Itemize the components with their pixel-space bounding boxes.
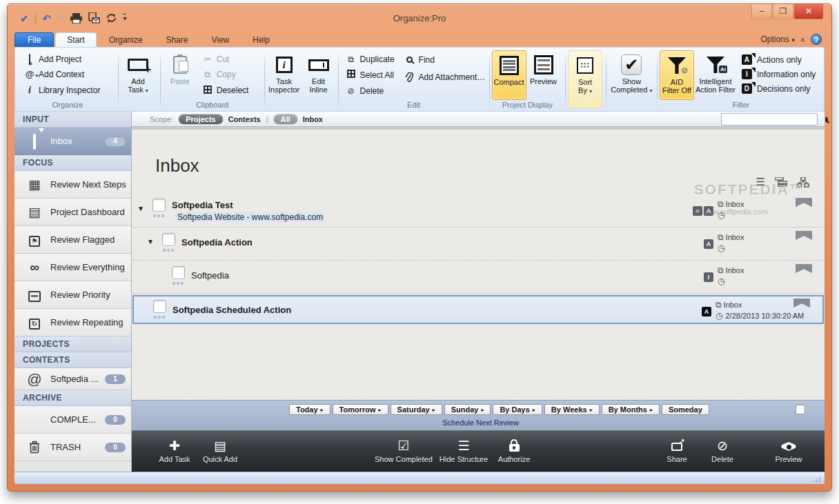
aid-filter-off-button[interactable]: ⊘ AIDFilter Off bbox=[660, 50, 694, 100]
task-checkbox[interactable] bbox=[152, 199, 166, 212]
task-location: Inbox bbox=[726, 266, 744, 274]
search-icon[interactable] bbox=[825, 117, 828, 122]
library-inspector-button[interactable]: iLibrary Inspector bbox=[22, 84, 113, 97]
schedule-today-button[interactable]: Today▸ bbox=[289, 404, 330, 415]
sidebar-item-review-next-steps[interactable]: ▦ Review Next Steps bbox=[14, 171, 131, 199]
cut-button[interactable]: ✂Cut bbox=[200, 54, 251, 65]
flag-icon[interactable] bbox=[793, 299, 810, 308]
flag-icon[interactable] bbox=[796, 231, 812, 240]
task-checkbox[interactable] bbox=[153, 300, 166, 313]
hide-structure-button[interactable]: ☰ Hide Structure bbox=[440, 437, 488, 463]
scope-projects-pill[interactable]: Projects bbox=[179, 114, 222, 124]
tab-share[interactable]: Share bbox=[155, 33, 199, 47]
options-menu[interactable]: Options ▾ bbox=[760, 34, 794, 44]
scope-label: Scope: bbox=[150, 115, 173, 123]
delete-toolbar-button[interactable]: ⊘ Delete bbox=[703, 437, 742, 463]
preview-button[interactable]: Preview bbox=[526, 50, 561, 100]
group-sort: SortBy ▾ bbox=[568, 50, 604, 111]
select-all-button[interactable]: Select All bbox=[344, 69, 397, 81]
show-completed-button[interactable]: ✔ ShowCompleted ▾ bbox=[609, 50, 654, 108]
task-inspector-button[interactable]: i TaskInspector bbox=[267, 50, 302, 108]
task-row[interactable]: ▼ Softpedia Test Softpedia Website - www… bbox=[132, 194, 825, 228]
share-icon bbox=[671, 437, 682, 452]
schedule-by-days-button[interactable]: By Days▸ bbox=[493, 404, 542, 415]
decisions-only-button[interactable]: DDecisions only bbox=[740, 83, 818, 94]
scope-contexts[interactable]: Contexts bbox=[228, 115, 261, 123]
quick-add-icon: ▤ bbox=[214, 437, 226, 452]
share-button[interactable]: Share bbox=[658, 437, 696, 463]
sidebar-header-focus: FOCUS bbox=[14, 155, 131, 171]
schedule-by-months-button[interactable]: By Months▸ bbox=[602, 404, 660, 415]
add-task-toolbar-button[interactable]: ✚ Add Task bbox=[155, 437, 194, 463]
add-task-button[interactable]: AddTask ▾ bbox=[121, 50, 155, 108]
paste-button[interactable]: Paste bbox=[163, 50, 197, 100]
task-row[interactable]: ▼ Softpedia Action A ⧉Inbox ◷ bbox=[132, 228, 825, 261]
schedule-someday-button[interactable]: Someday bbox=[662, 404, 709, 415]
flag-icon[interactable] bbox=[796, 198, 812, 207]
tab-view[interactable]: View bbox=[200, 33, 240, 47]
preview-toolbar-button[interactable]: Preview bbox=[769, 437, 808, 463]
show-completed-toolbar-button[interactable]: ☑ Show Completed bbox=[375, 437, 433, 463]
schedule-tomorrow-button[interactable]: Tomorrow▸ bbox=[333, 404, 388, 415]
compact-button[interactable]: Compact bbox=[492, 50, 526, 100]
sidebar-item-review-priority[interactable]: ••• Review Priority bbox=[14, 281, 131, 309]
sidebar-item-review-repeating[interactable]: ↻ Review Repeating bbox=[14, 309, 131, 336]
select-all-icon bbox=[346, 70, 357, 80]
schedule-saturday-button[interactable]: Saturday▸ bbox=[391, 404, 442, 415]
task-title: Softpedia Action bbox=[181, 237, 253, 248]
add-attachment-button[interactable]: Add Attachment… bbox=[402, 72, 488, 83]
close-button[interactable]: ✕ bbox=[794, 4, 823, 19]
resize-grip[interactable] bbox=[813, 474, 822, 482]
delete-button[interactable]: ⊘Delete bbox=[344, 85, 397, 97]
authorize-button[interactable]: Authorize bbox=[495, 437, 533, 463]
task-checkbox[interactable] bbox=[172, 266, 185, 279]
sidebar-item-context-softpedia[interactable]: @ Softpedia ... 1 bbox=[14, 368, 131, 390]
expander-icon[interactable]: ▼ bbox=[137, 205, 144, 212]
sidebar-item-trash[interactable]: TRASH 0 bbox=[14, 434, 131, 461]
search-input[interactable] bbox=[722, 114, 825, 124]
maximize-button[interactable]: ❒ bbox=[773, 4, 793, 19]
tab-organize[interactable]: Organize bbox=[98, 33, 154, 47]
sidebar-item-completed[interactable]: COMPLE... 0 bbox=[14, 406, 131, 434]
sidebar-item-inbox[interactable]: Inbox 4 bbox=[14, 128, 131, 155]
sidebar-item-review-everything[interactable]: ∞ Review Everything bbox=[14, 254, 131, 281]
schedule-by-weeks-button[interactable]: By Weeks▸ bbox=[544, 404, 600, 415]
flag-icon[interactable] bbox=[796, 264, 812, 273]
view-tree-icon[interactable] bbox=[775, 177, 787, 187]
minimize-button[interactable]: – bbox=[751, 4, 772, 19]
task-location: Inbox bbox=[726, 233, 744, 241]
type-badge-action: A bbox=[702, 307, 711, 316]
view-list-icon[interactable]: ☰ bbox=[756, 176, 765, 188]
task-row[interactable]: Softpedia I ⧉Inbox ◷ bbox=[132, 261, 825, 294]
tab-start[interactable]: Start bbox=[55, 32, 96, 47]
tab-help[interactable]: Help bbox=[241, 33, 281, 47]
add-project-icon bbox=[24, 54, 35, 64]
copy-button[interactable]: ⧉Copy bbox=[200, 69, 251, 80]
schedule-sunday-button[interactable]: Sunday▸ bbox=[444, 404, 491, 415]
task-title: Softpedia bbox=[191, 270, 229, 281]
duplicate-button[interactable]: ⧉Duplicate bbox=[344, 54, 397, 65]
sidebar-item-project-dashboard[interactable]: ▤ Project Dashboard bbox=[14, 199, 131, 226]
add-context-button[interactable]: @Add Context bbox=[22, 69, 113, 80]
schedule-checkbox[interactable] bbox=[796, 405, 805, 414]
intelligent-action-filter-button[interactable]: Ai IntelligentAction Filter bbox=[694, 50, 737, 100]
slash-circle-icon: ⊘ bbox=[717, 437, 728, 452]
find-button[interactable]: Find bbox=[402, 54, 488, 65]
help-icon[interactable]: ? bbox=[811, 34, 822, 45]
tab-file[interactable]: File bbox=[14, 32, 54, 47]
priority-dots-icon bbox=[153, 214, 164, 217]
task-checkbox[interactable] bbox=[162, 233, 175, 246]
add-project-button[interactable]: Add Project bbox=[22, 54, 113, 65]
task-row-selected[interactable]: Softpedia Scheduled Action A ⧉Inbox ◷2/2… bbox=[132, 295, 824, 324]
edit-inline-button[interactable]: EditInline bbox=[302, 50, 336, 108]
view-hierarchy-icon[interactable] bbox=[797, 177, 809, 188]
expander-icon[interactable]: ▼ bbox=[147, 238, 154, 245]
deselect-button[interactable]: Deselect bbox=[200, 85, 251, 97]
quick-add-button[interactable]: ▤ Quick Add bbox=[201, 437, 239, 463]
sidebar-item-review-flagged[interactable]: ⚑ Review Flagged bbox=[14, 226, 131, 254]
collapse-ribbon-icon[interactable]: ∧ bbox=[800, 36, 805, 43]
actions-only-button[interactable]: AActions only bbox=[740, 54, 818, 65]
sort-by-button[interactable]: SortBy ▾ bbox=[568, 50, 602, 108]
information-only-button[interactable]: IInformation only bbox=[740, 68, 818, 80]
scope-all-pill[interactable]: All bbox=[274, 114, 297, 124]
